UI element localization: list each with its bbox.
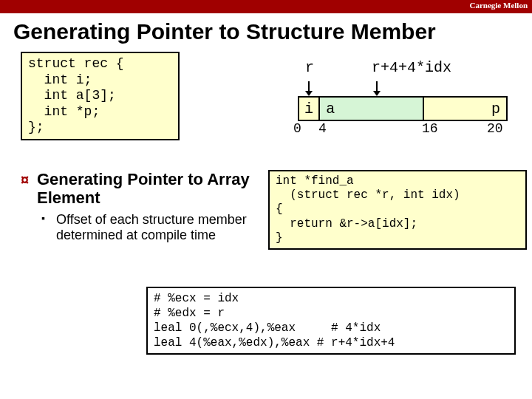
brand-label: Carnegie Mellon	[469, 1, 528, 10]
top-bar: Carnegie Mellon	[0, 0, 532, 13]
cell-p: p	[424, 98, 506, 120]
memory-layout: r r+4+4*idx i a p 0 4 16 20	[276, 59, 512, 137]
offset-16: 16	[422, 121, 438, 136]
bullet-sub: ▪ Offset of each structure member determ…	[21, 212, 257, 244]
arrow-r	[308, 81, 310, 92]
bullet-mark: ¤	[21, 171, 29, 188]
slide-title: Generating Pointer to Structure Member	[13, 19, 523, 44]
offset-4: 4	[318, 121, 327, 136]
offset-20: 20	[487, 121, 503, 136]
assembly-code: # %ecx = idx # %edx = r leal 0(,%ecx,4),…	[146, 287, 516, 355]
arrow-ridx	[376, 81, 378, 92]
bullet-sub-text: Offset of each structure member determin…	[56, 212, 247, 243]
bullet-heading-text: Generating Pointer to Array Element	[37, 170, 250, 207]
pointer-ridx-label: r+4+4*idx	[372, 59, 451, 76]
bullet-block: ¤ Generating Pointer to Array Element ▪ …	[21, 170, 257, 244]
subbullet-mark: ▪	[41, 212, 45, 225]
pointer-r-label: r	[305, 59, 314, 76]
struct-code: struct rec { int i; int a[3]; int *p; };	[21, 52, 180, 140]
struct-layout-row: i a p	[298, 96, 508, 121]
offsets-row: 0 4 16 20	[298, 121, 505, 137]
cell-i: i	[299, 98, 320, 120]
offset-0: 0	[293, 121, 301, 136]
cell-a: a	[320, 98, 424, 120]
function-code: int *find_a (struct rec *r, int idx) { r…	[268, 170, 527, 250]
bullet-heading: ¤ Generating Pointer to Array Element	[21, 170, 257, 208]
